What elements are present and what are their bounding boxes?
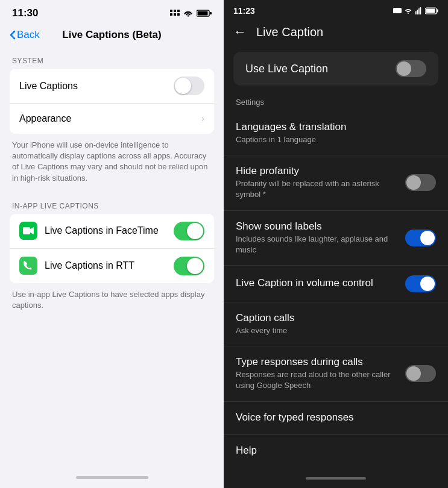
- android-languages-subtitle: Captions in 1 language: [236, 134, 346, 145]
- show-sound-labels-toggle[interactable]: [405, 230, 436, 246]
- android-panel: 11:23 ← Live Caption: [224, 0, 448, 488]
- svg-rect-5: [177, 13, 180, 16]
- ios-facetime-row-left: Live Captions in FaceTime: [19, 222, 174, 240]
- svg-rect-7: [210, 12, 212, 14]
- ios-facetime-row[interactable]: Live Captions in FaceTime: [10, 214, 214, 249]
- android-languages-row[interactable]: Languages & translation Captions in 1 la…: [224, 113, 448, 154]
- android-nav-bar: ← Live Caption: [224, 19, 448, 47]
- message-icon: [393, 7, 402, 14]
- android-profanity-row-inner: Hide profanity Profanity will be replace…: [236, 165, 436, 200]
- ios-back-button[interactable]: Back: [10, 29, 40, 41]
- ios-rtt-row[interactable]: Live Captions in RTT: [10, 249, 214, 283]
- divider-5: [224, 346, 448, 346]
- svg-rect-8: [198, 11, 208, 16]
- ios-inapp-description: Use in-app Live Captions to have selecte…: [0, 284, 224, 319]
- rtt-icon: [19, 257, 37, 275]
- ios-system-card: Live Captions Appearance ›: [10, 69, 214, 134]
- ios-live-captions-label: Live Captions: [19, 81, 78, 92]
- svg-rect-13: [418, 8, 420, 14]
- android-signal-icon: [415, 7, 422, 14]
- android-home-indicator: [306, 477, 366, 480]
- android-type-responses-title: Type responses during calls: [236, 356, 393, 368]
- android-sound-labels-row[interactable]: Show sound labels Includes sounds like l…: [224, 212, 448, 264]
- android-type-responses-row[interactable]: Type responses during calls Responses ar…: [224, 348, 448, 399]
- android-caption-calls-subtitle: Ask every time: [236, 325, 294, 336]
- android-status-icons: [393, 7, 438, 14]
- svg-rect-2: [177, 10, 180, 12]
- android-help-row[interactable]: Help: [224, 436, 448, 466]
- android-languages-text: Languages & translation Captions in 1 la…: [236, 121, 346, 145]
- wifi-icon: [183, 10, 193, 17]
- ios-content: SYSTEM Live Captions Appearance › Your i…: [0, 47, 224, 470]
- android-caption-calls-title: Caption calls: [236, 312, 294, 324]
- ios-system-description: Your iPhone will use on-device intellige…: [0, 135, 224, 192]
- back-label: Back: [17, 29, 40, 41]
- rtt-toggle[interactable]: [174, 257, 204, 275]
- divider-3: [224, 265, 448, 266]
- android-section-label: Settings: [224, 95, 448, 113]
- ios-nav-bar: Back Live Captions (Beta): [0, 23, 224, 47]
- divider-1: [224, 155, 448, 155]
- android-profanity-subtitle: Profanity will be replaced with an aster…: [236, 178, 405, 200]
- volume-control-toggle[interactable]: [405, 275, 436, 292]
- android-help-row-inner: Help: [236, 445, 436, 458]
- ios-time: 11:30: [12, 7, 38, 19]
- type-responses-toggle[interactable]: [405, 365, 436, 382]
- android-voice-typed-text: Voice for typed responses: [236, 411, 354, 425]
- svg-rect-12: [417, 10, 418, 14]
- android-caption-calls-text: Caption calls Ask every time: [236, 312, 294, 336]
- ios-appearance-row[interactable]: Appearance ›: [10, 104, 214, 134]
- svg-rect-0: [170, 10, 172, 12]
- svg-rect-16: [437, 10, 438, 13]
- back-chevron-icon: [10, 30, 16, 40]
- android-help-text: Help: [236, 445, 257, 458]
- android-sound-labels-text: Show sound labels Includes sounds like l…: [236, 221, 405, 255]
- android-profanity-text: Hide profanity Profanity will be replace…: [236, 165, 405, 200]
- ios-panel: 11:30: [0, 0, 224, 488]
- android-caption-calls-row[interactable]: Caption calls Ask every time: [224, 304, 448, 345]
- android-home-bar: [224, 471, 448, 488]
- use-live-caption-toggle[interactable]: [396, 60, 426, 77]
- android-languages-row-inner: Languages & translation Captions in 1 la…: [236, 121, 436, 145]
- facetime-icon: [19, 222, 37, 240]
- android-languages-title: Languages & translation: [236, 121, 346, 133]
- svg-rect-3: [170, 13, 172, 16]
- android-time: 11:23: [233, 6, 255, 16]
- android-volume-title: Live Caption in volume control: [236, 277, 373, 289]
- svg-rect-1: [174, 10, 176, 12]
- grid-icon: [170, 10, 180, 17]
- svg-rect-11: [415, 11, 417, 14]
- divider-2: [224, 210, 448, 211]
- android-volume-text: Live Caption in volume control: [236, 277, 373, 290]
- android-sound-labels-row-inner: Show sound labels Includes sounds like l…: [236, 221, 436, 255]
- svg-rect-17: [426, 9, 435, 13]
- android-sound-labels-title: Show sound labels: [236, 221, 405, 233]
- ios-nav-title: Live Captions (Beta): [62, 29, 161, 41]
- android-volume-row[interactable]: Live Caption in volume control: [224, 267, 448, 301]
- android-profanity-row[interactable]: Hide profanity Profanity will be replace…: [224, 157, 448, 208]
- divider-4: [224, 302, 448, 302]
- ios-home-bar: [0, 470, 224, 488]
- android-content: Use Live Caption Settings Languages & tr…: [224, 47, 448, 471]
- android-voice-typed-row[interactable]: Voice for typed responses: [224, 403, 448, 433]
- ios-live-captions-row[interactable]: Live Captions: [10, 69, 214, 104]
- svg-rect-9: [23, 227, 30, 234]
- android-nav-title: Live Caption: [256, 25, 323, 39]
- android-type-responses-subtitle: Responses are read aloud to the other ca…: [236, 369, 393, 391]
- hide-profanity-toggle[interactable]: [405, 174, 436, 191]
- android-back-button[interactable]: ←: [233, 24, 247, 40]
- ios-section-inapp: IN-APP LIVE CAPTIONS: [0, 192, 224, 214]
- svg-rect-10: [393, 8, 402, 13]
- android-caption-calls-row-inner: Caption calls Ask every time: [236, 312, 436, 336]
- android-status-bar: 11:23: [224, 0, 448, 19]
- ios-rtt-label: Live Captions in RTT: [45, 260, 134, 271]
- live-captions-toggle[interactable]: [174, 77, 204, 95]
- android-battery-icon: [425, 7, 438, 14]
- android-help-title: Help: [236, 445, 257, 457]
- ios-status-bar: 11:30: [0, 0, 224, 23]
- svg-rect-4: [174, 13, 176, 16]
- android-type-responses-row-inner: Type responses during calls Responses ar…: [236, 356, 436, 391]
- android-use-live-caption-card[interactable]: Use Live Caption: [233, 52, 438, 86]
- facetime-toggle[interactable]: [174, 222, 204, 240]
- battery-icon: [197, 10, 212, 17]
